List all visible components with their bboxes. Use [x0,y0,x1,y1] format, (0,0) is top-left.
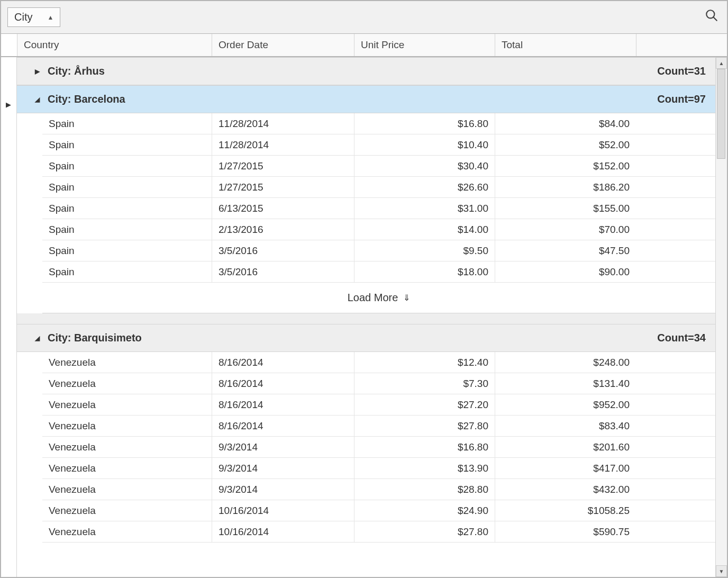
cell-total: $155.00 [495,198,636,219]
table-row[interactable]: Venezuela 9/3/2014 $13.90 $417.00 [42,458,715,479]
cell-unit-price: $31.00 [354,198,495,219]
cell-country: Spain [42,219,212,240]
expand-icon[interactable]: ▶ [35,68,42,75]
cell-unit-price: $12.40 [354,352,495,373]
table-row[interactable]: Venezuela 9/3/2014 $28.80 $432.00 [42,479,715,500]
cell-order-date: 3/5/2016 [212,240,354,261]
cell-total: $131.40 [495,373,636,394]
cell-order-date: 1/27/2015 [212,156,354,176]
cell-country: Spain [42,198,212,219]
sort-asc-icon: ▲ [47,14,53,21]
cell-country: Venezuela [42,458,212,478]
table-row[interactable]: Spain 2/13/2016 $14.00 $70.00 [42,219,715,240]
table-row[interactable]: Spain 3/5/2016 $9.50 $47.50 [42,240,715,261]
cell-total: $417.00 [495,458,636,478]
collapse-icon[interactable]: ◢ [35,96,42,103]
cell-order-date: 9/3/2014 [212,479,354,500]
group-header-row[interactable]: ◢ City: Barquisimeto Count=34 [17,324,715,352]
cell-country: Spain [42,240,212,261]
cell-unit-price: $30.40 [354,156,495,176]
scroll-track[interactable] [716,69,727,565]
table-row[interactable]: Venezuela 8/16/2014 $7.30 $131.40 [42,373,715,394]
table-row[interactable]: Venezuela 10/16/2014 $24.90 $1058.25 [42,500,715,521]
cell-order-date: 8/16/2014 [212,416,354,436]
table-row[interactable]: Spain 11/28/2014 $10.40 $52.00 [42,134,715,156]
column-header-unit-price[interactable]: Unit Price [354,34,495,56]
table-row[interactable]: Spain 1/27/2015 $30.40 $152.00 [42,156,715,177]
cell-unit-price: $27.80 [354,416,495,436]
cell-total: $248.00 [495,352,636,373]
cell-country: Spain [42,177,212,197]
cell-order-date: 3/5/2016 [212,261,354,282]
group-header-row[interactable]: ◢ City: Barcelona Count=97 [17,85,715,113]
table-row[interactable]: Venezuela 8/16/2014 $27.20 $952.00 [42,394,715,416]
group-header-left: ▶ City: Århus [35,65,105,77]
column-header-order-date[interactable]: Order Date [212,34,354,56]
table-row[interactable]: Spain 3/5/2016 $18.00 $90.00 [42,261,715,283]
cell-unit-price: $13.90 [354,458,495,478]
column-header-country[interactable]: Country [17,34,212,56]
row-expand-indicator-icon[interactable]: ▶ [6,101,11,109]
table-row[interactable]: Spain 1/27/2015 $26.60 $186.20 [42,177,715,198]
group-header-row[interactable]: ▶ City: Århus Count=31 [17,57,715,85]
cell-order-date: 2/13/2016 [212,219,354,240]
cell-country: Venezuela [42,479,212,500]
cell-unit-price: $18.00 [354,261,495,282]
cell-country: Venezuela [42,373,212,394]
cell-total: $84.00 [495,113,636,134]
table-row[interactable]: Venezuela 8/16/2014 $27.80 $83.40 [42,416,715,437]
cell-total: $70.00 [495,219,636,240]
cell-order-date: 8/16/2014 [212,373,354,394]
data-grid: City ▲ Country Order Date Unit Price Tot… [0,0,728,578]
table-row[interactable]: Venezuela 10/16/2014 $27.80 $590.75 [42,521,715,543]
cell-order-date: 9/3/2014 [212,437,354,457]
search-button[interactable] [703,6,721,28]
scroll-up-button[interactable]: ▲ [716,57,727,69]
cell-total: $590.75 [495,521,636,542]
cell-country: Venezuela [42,352,212,373]
cell-unit-price: $27.80 [354,521,495,542]
group-count-label: Count=31 [657,65,706,77]
group-count-label: Count=34 [657,332,706,344]
cell-order-date: 10/16/2014 [212,521,354,542]
cell-total: $1058.25 [495,500,636,521]
group-by-chip[interactable]: City ▲ [7,7,60,27]
cell-country: Venezuela [42,500,212,521]
cell-order-date: 9/3/2014 [212,458,354,478]
table-row[interactable]: Spain 6/13/2015 $31.00 $155.00 [42,198,715,219]
cell-country: Spain [42,261,212,282]
cell-order-date: 1/27/2015 [212,177,354,197]
cell-order-date: 6/13/2015 [212,198,354,219]
cell-country: Venezuela [42,416,212,436]
column-header-total[interactable]: Total [495,34,636,56]
table-row[interactable]: Venezuela 9/3/2014 $16.80 $201.60 [42,437,715,458]
group-label: City: Barquisimeto [48,332,142,344]
table-row[interactable]: Spain 11/28/2014 $16.80 $84.00 [42,113,715,134]
cell-total: $90.00 [495,261,636,282]
collapse-icon[interactable]: ◢ [35,335,42,342]
cell-total: $47.50 [495,240,636,261]
cell-total: $152.00 [495,156,636,176]
cell-unit-price: $10.40 [354,134,495,155]
grouping-toolbar: City ▲ [1,1,727,34]
table-row[interactable]: Venezuela 8/16/2014 $12.40 $248.00 [42,352,715,373]
scroll-down-button[interactable]: ▼ [716,565,727,577]
load-more-button[interactable]: Load More ⇓ [42,283,715,313]
search-icon [705,8,718,22]
group-label: City: Århus [48,65,105,77]
scroll-thumb[interactable] [717,69,725,159]
group-chip-label: City [14,11,32,23]
vertical-scrollbar[interactable]: ▲ ▼ [715,57,727,577]
load-more-label: Load More [348,292,398,304]
column-headers: Country Order Date Unit Price Total [1,34,727,57]
cell-unit-price: $24.90 [354,500,495,521]
cell-order-date: 11/28/2014 [212,134,354,155]
cell-total: $201.60 [495,437,636,457]
cell-unit-price: $26.60 [354,177,495,197]
cell-country: Spain [42,156,212,176]
cell-country: Venezuela [42,394,212,415]
cell-order-date: 11/28/2014 [212,113,354,134]
cell-country: Spain [42,113,212,134]
cell-total: $952.00 [495,394,636,415]
cell-country: Venezuela [42,521,212,542]
